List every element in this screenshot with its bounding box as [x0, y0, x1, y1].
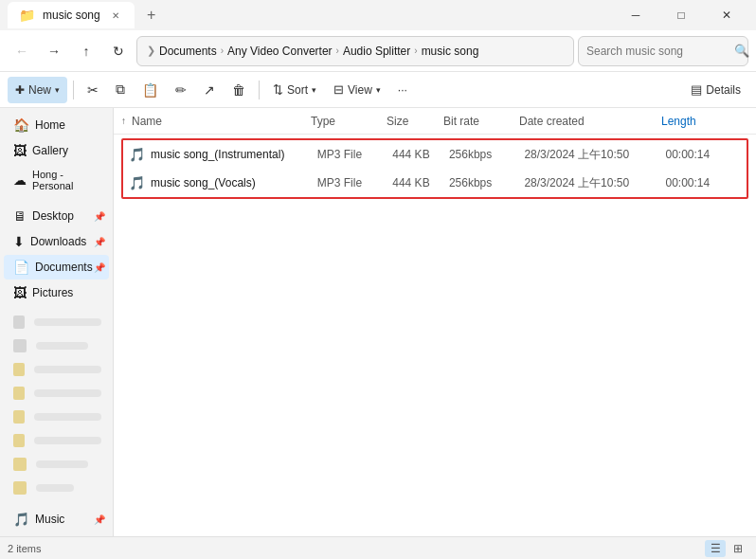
sidebar-item-home[interactable]: 🏠 Home	[4, 113, 109, 137]
paste-button[interactable]: 📋	[135, 77, 166, 103]
col-header-bitrate[interactable]: Bit rate	[443, 115, 519, 128]
sidebar-item-blur-1[interactable]	[4, 311, 109, 334]
mp3-icon-2: 🎵	[129, 175, 145, 190]
breadcrumb-musicsong[interactable]: music song	[422, 45, 479, 58]
breadcrumb-anyvideoconverter[interactable]: Any Video Converter	[227, 45, 333, 58]
file-area: ↑ Name Type Size Bit rate Date created L…	[114, 108, 756, 536]
search-input[interactable]	[586, 45, 729, 58]
blur-label-6	[34, 437, 101, 444]
rename-icon: ✏	[175, 82, 187, 98]
rename-button[interactable]: ✏	[168, 77, 194, 103]
refresh-button[interactable]: ↻	[104, 37, 133, 65]
maximize-button[interactable]: □	[659, 0, 703, 30]
col-header-length[interactable]: Length	[661, 115, 737, 128]
title-tab[interactable]: 📁 music song ✕	[8, 2, 135, 28]
sidebar-item-desktop[interactable]: 🖥 Desktop 📌	[4, 204, 109, 228]
file-size-1: 444 KB	[392, 148, 449, 161]
delete-icon: 🗑	[232, 82, 245, 98]
file-row-vocals[interactable]: 🎵 music song_(Vocals) MP3 File 444 KB 25…	[123, 169, 747, 197]
minimize-button[interactable]: ─	[614, 0, 657, 30]
file-name-cell-1: 🎵 music song_(Instrumental)	[129, 147, 317, 162]
file-name-2: music song_(Vocals)	[151, 176, 256, 189]
details-icon: ▤	[691, 82, 702, 97]
sidebar-item-gallery[interactable]: 🖼 Gallery	[4, 138, 109, 163]
main-content: 🏠 Home 🖼 Gallery ☁ Hong - Personal 🖥 Des…	[0, 108, 756, 536]
sidebar-item-blur-3[interactable]	[4, 358, 109, 381]
sidebar-item-blur-8[interactable]	[4, 477, 109, 499]
file-date-1: 28/3/2024 上午10:50	[524, 147, 665, 163]
sidebar-item-documents[interactable]: 📄 Documents 📌	[4, 255, 109, 280]
cut-icon: ✂	[87, 82, 99, 98]
breadcrumb-arrow: ❯	[147, 45, 155, 57]
back-button[interactable]: ←	[8, 37, 36, 65]
add-tab-button[interactable]: +	[138, 2, 165, 28]
sidebar-item-personal[interactable]: ☁ Hong - Personal	[4, 164, 109, 196]
file-bitrate-2: 256kbps	[449, 176, 525, 189]
sidebar-item-blur-2[interactable]	[4, 334, 109, 357]
up-button[interactable]: ↑	[72, 37, 100, 65]
breadcrumb-documents[interactable]: Documents	[159, 45, 217, 58]
file-length-1: 00:00:14	[665, 148, 741, 161]
view-button[interactable]: ⊟ View ▾	[326, 77, 388, 103]
blur-label-4	[34, 389, 101, 397]
search-box[interactable]: 🔍	[578, 36, 748, 66]
downloads-pin-icon: 📌	[94, 237, 105, 247]
paste-icon: 📋	[142, 82, 158, 98]
toolbar-sep-2	[259, 81, 260, 99]
blur-label-1	[34, 318, 101, 326]
sidebar-item-downloads[interactable]: ⬇ Downloads 📌	[4, 229, 109, 254]
tab-folder-icon: 📁	[19, 8, 35, 23]
title-bar: 📁 music song ✕ + ─ □ ✕	[0, 0, 756, 30]
documents-icon: 📄	[13, 260, 29, 275]
item-count: 2 items	[8, 543, 41, 554]
details-button[interactable]: ▤ Details	[683, 77, 748, 103]
col-header-type[interactable]: Type	[311, 115, 387, 128]
sidebar-item-blur-5[interactable]	[4, 406, 109, 428]
status-bar: 2 items ☰ ⊞	[0, 536, 756, 559]
more-button[interactable]: ···	[390, 77, 415, 103]
breadcrumb-audiosplitter[interactable]: Audio Splitter	[343, 45, 410, 58]
cut-button[interactable]: ✂	[80, 77, 106, 103]
file-date-2: 28/3/2024 上午10:50	[524, 175, 665, 191]
blur-icon-3	[13, 363, 25, 376]
breadcrumb[interactable]: ❯ Documents › Any Video Converter › Audi…	[136, 36, 574, 66]
col-header-name[interactable]: ↑ Name	[121, 115, 311, 128]
window-controls: ─ □ ✕	[614, 0, 748, 30]
mp3-icon-1: 🎵	[129, 147, 145, 162]
new-icon: ✚	[15, 83, 25, 97]
cloud-icon: ☁	[13, 172, 27, 188]
file-size-2: 444 KB	[392, 176, 449, 189]
sidebar-item-blur-7[interactable]	[4, 453, 109, 476]
sidebar-item-music[interactable]: 🎵 Music 📌	[4, 507, 109, 532]
share-icon: ↗	[204, 82, 215, 98]
sidebar-item-blur-4[interactable]	[4, 382, 109, 405]
sidebar-item-blur-6[interactable]	[4, 429, 109, 452]
copy-icon: ⧉	[116, 81, 125, 98]
search-icon: 🔍	[734, 44, 749, 58]
grid-view-button[interactable]: ⊞	[728, 540, 748, 557]
share-button[interactable]: ↗	[196, 77, 223, 103]
sidebar-item-pictures[interactable]: 🖼 Pictures	[4, 280, 109, 305]
tab-close-button[interactable]: ✕	[108, 8, 123, 23]
sort-icon: ⇅	[273, 82, 283, 97]
sort-dropdown-icon: ▾	[312, 85, 316, 95]
sort-button[interactable]: ⇅ Sort ▾	[265, 77, 324, 103]
new-button[interactable]: ✚ New ▾	[8, 77, 67, 103]
list-view-button[interactable]: ☰	[705, 540, 726, 557]
desktop-icon: 🖥	[13, 208, 27, 224]
col-header-date[interactable]: Date created	[519, 115, 661, 128]
forward-button[interactable]: →	[40, 37, 68, 65]
close-button[interactable]: ✕	[705, 0, 748, 30]
col-header-size[interactable]: Size	[387, 115, 443, 128]
blur-label-3	[34, 366, 101, 373]
music-pin-icon: 📌	[94, 514, 105, 525]
view-toggle-buttons: ☰ ⊞	[705, 540, 748, 557]
toolbar: ✚ New ▾ ✂ ⧉ 📋 ✏ ↗ 🗑 ⇅ Sort ▾ ⊟ View ▾ ··…	[0, 72, 756, 108]
copy-button[interactable]: ⧉	[108, 77, 133, 103]
delete-button[interactable]: 🗑	[225, 77, 253, 103]
column-headers: ↑ Name Type Size Bit rate Date created L…	[114, 108, 756, 135]
file-row-instrumental[interactable]: 🎵 music song_(Instrumental) MP3 File 444…	[123, 140, 747, 169]
sidebar-spacer-1	[0, 197, 113, 203]
nav-bar: ← → ↑ ↻ ❯ Documents › Any Video Converte…	[0, 30, 756, 72]
col-sort-icon: ↑	[121, 116, 126, 126]
